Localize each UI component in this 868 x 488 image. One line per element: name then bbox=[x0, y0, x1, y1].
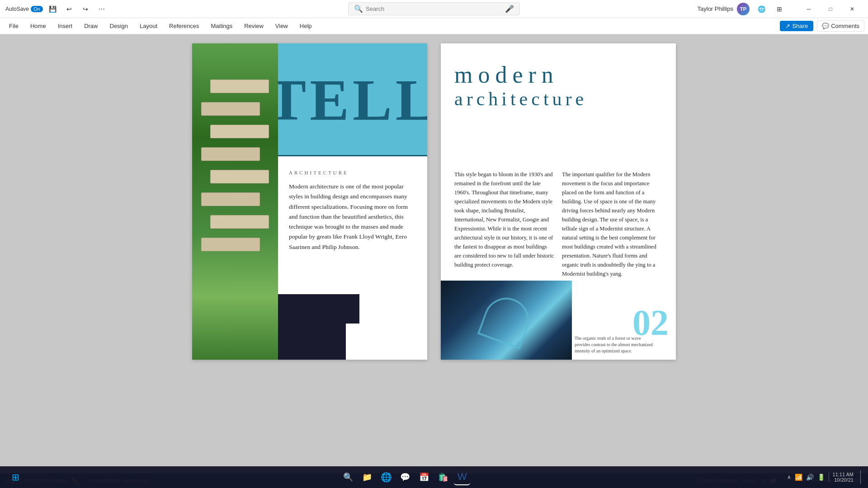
taskbar-chat[interactable]: 💬 bbox=[397, 469, 413, 485]
balcony-6 bbox=[201, 192, 260, 206]
restore-button[interactable]: □ bbox=[820, 2, 841, 16]
close-button[interactable]: ✕ bbox=[842, 2, 863, 16]
right-body: This style began to bloom in the 1930's … bbox=[441, 161, 676, 287]
balcony-1 bbox=[210, 80, 269, 93]
titlebar-left: AutoSave On 💾 ↩ ↪ ⋯ bbox=[5, 3, 108, 15]
menu-right: ↗ Share 💬 Comments bbox=[780, 20, 864, 32]
arch-shape bbox=[477, 291, 535, 349]
search-input[interactable] bbox=[366, 5, 502, 12]
menu-insert[interactable]: Insert bbox=[52, 21, 78, 31]
arch-photo bbox=[441, 281, 572, 360]
body-col1: This style began to bloom in the 1930's … bbox=[454, 170, 555, 278]
share-icon: ↗ bbox=[785, 23, 790, 29]
balcony-8 bbox=[201, 238, 260, 251]
save-icon[interactable]: 💾 bbox=[47, 3, 59, 15]
taskbar-search[interactable]: 🔍 bbox=[340, 469, 356, 485]
menu-view[interactable]: View bbox=[270, 21, 293, 31]
search-icon: 🔍 bbox=[354, 5, 363, 13]
menu-review[interactable]: Review bbox=[239, 21, 269, 31]
taskbar-word[interactable]: W bbox=[454, 469, 470, 485]
balcony-5 bbox=[210, 170, 269, 183]
taskbar: ⊞ 🔍 📁 🌐 💬 📅 🛍️ W ∧ 📶 🔊 🔋 11:11 AM 10/20/… bbox=[0, 466, 868, 488]
page-left: TELL ARCHITECTURE Modern architecture is… bbox=[192, 43, 427, 360]
autosave-badge: AutoSave On bbox=[5, 6, 43, 12]
more-icon[interactable]: ⋯ bbox=[95, 3, 108, 15]
minimize-button[interactable]: ─ bbox=[798, 2, 819, 16]
menu-mailings[interactable]: Mailings bbox=[206, 21, 238, 31]
architecture-body: Modern architecture is one of the most p… bbox=[289, 182, 416, 252]
taskbar-center: 🔍 📁 🌐 💬 📅 🛍️ W bbox=[25, 469, 785, 485]
body-col2: The important qualifier for the Modern m… bbox=[562, 170, 662, 278]
balcony-2 bbox=[201, 102, 260, 116]
comments-button[interactable]: 💬 Comments bbox=[817, 20, 864, 32]
comments-icon: 💬 bbox=[822, 23, 829, 29]
comments-label: Comments bbox=[831, 23, 859, 29]
left-text-area: ARCHITECTURE Modern architecture is one … bbox=[278, 161, 427, 261]
caption-text: The organic truth of a forest or wave pr… bbox=[575, 335, 656, 354]
menu-references[interactable]: References bbox=[164, 21, 204, 31]
tray-divider bbox=[829, 473, 829, 482]
document-area: TELL ARCHITECTURE Modern architecture is… bbox=[0, 34, 868, 474]
time: 11:11 AM bbox=[833, 472, 854, 477]
menu-design[interactable]: Design bbox=[104, 21, 133, 31]
menu-draw[interactable]: Draw bbox=[79, 21, 103, 31]
page-right: modern architecture This style began to … bbox=[441, 43, 676, 360]
network-icon[interactable]: 📶 bbox=[795, 474, 802, 481]
date: 10/20/21 bbox=[833, 477, 854, 483]
layout-icon[interactable]: ⊞ bbox=[773, 3, 786, 15]
battery-icon[interactable]: 🔋 bbox=[817, 474, 825, 481]
tray-up-icon[interactable]: ∧ bbox=[787, 474, 791, 480]
windows-logo: ⊞ bbox=[12, 472, 19, 483]
tell-text: TELL bbox=[278, 70, 427, 129]
user-name: Taylor Phillips bbox=[698, 5, 733, 12]
taskbar-right: ∧ 📶 🔊 🔋 11:11 AM 10/20/21 bbox=[787, 470, 861, 484]
building-photo bbox=[192, 43, 278, 360]
menu-home[interactable]: Home bbox=[25, 21, 52, 31]
menubar: File Home Insert Draw Design Layout Refe… bbox=[0, 18, 868, 34]
share-button[interactable]: ↗ Share bbox=[780, 21, 813, 31]
search-bar[interactable]: 🔍 🎤 bbox=[348, 2, 520, 15]
architecture-label: ARCHITECTURE bbox=[289, 170, 416, 175]
titlebar-right: Taylor Phillips TP 🌐 ⊞ ─ □ ✕ bbox=[698, 2, 863, 16]
volume-icon[interactable]: 🔊 bbox=[806, 474, 814, 481]
balcony-3 bbox=[210, 125, 269, 138]
win-controls: ─ □ ✕ bbox=[798, 2, 863, 16]
autosave-toggle[interactable]: On bbox=[31, 6, 43, 12]
dark-shape bbox=[278, 294, 346, 360]
balcony-7 bbox=[210, 215, 269, 229]
right-header: modern architecture bbox=[441, 43, 676, 161]
header-divider bbox=[278, 155, 427, 156]
mic-icon[interactable]: 🎤 bbox=[505, 5, 514, 13]
user-area: Taylor Phillips TP bbox=[698, 3, 750, 15]
taskbar-browser[interactable]: 🌐 bbox=[378, 469, 394, 485]
clock-date[interactable]: 11:11 AM 10/20/21 bbox=[833, 472, 854, 483]
undo-icon[interactable]: ↩ bbox=[63, 3, 75, 15]
menu-layout[interactable]: Layout bbox=[134, 21, 163, 31]
avatar[interactable]: TP bbox=[737, 3, 750, 15]
taskbar-files[interactable]: 📁 bbox=[359, 469, 375, 485]
taskbar-store[interactable]: 🛍️ bbox=[435, 469, 451, 485]
taskbar-calendar[interactable]: 📅 bbox=[416, 469, 432, 485]
balcony-4 bbox=[201, 147, 260, 161]
balcony-pattern bbox=[201, 80, 274, 360]
caption-area: The organic truth of a forest or wave pr… bbox=[575, 335, 656, 354]
global-icon[interactable]: 🌐 bbox=[755, 3, 768, 15]
show-desktop[interactable] bbox=[859, 470, 861, 484]
redo-icon[interactable]: ↪ bbox=[79, 3, 92, 15]
title-line1: modern bbox=[454, 61, 662, 88]
autosave-label: AutoSave bbox=[5, 6, 29, 12]
title-line2: architecture bbox=[454, 88, 662, 110]
menu-file[interactable]: File bbox=[4, 21, 24, 31]
arch-photo-content bbox=[441, 281, 572, 360]
tell-header: TELL bbox=[278, 43, 427, 156]
share-label: Share bbox=[792, 23, 808, 29]
titlebar: AutoSave On 💾 ↩ ↪ ⋯ Architecture - Saved… bbox=[0, 0, 868, 18]
menu-help[interactable]: Help bbox=[294, 21, 317, 31]
modern-arch-title: modern architecture bbox=[454, 61, 662, 110]
taskbar-start[interactable]: ⊞ bbox=[7, 469, 24, 485]
dark-shape-accent bbox=[346, 294, 359, 324]
